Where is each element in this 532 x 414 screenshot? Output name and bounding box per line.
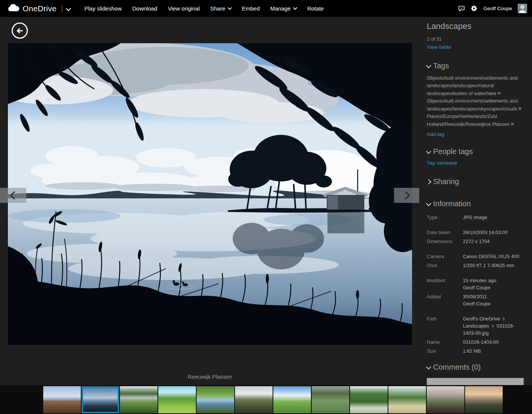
filmstrip-thumbnail[interactable] — [312, 386, 349, 413]
filmstrip — [0, 385, 532, 414]
filmstrip-thumbnail[interactable] — [465, 386, 503, 413]
filmstrip-thumbnail[interactable] — [388, 386, 426, 413]
filmstrip-thumbnail[interactable] — [350, 386, 388, 413]
thumbnail-strip — [43, 386, 503, 413]
menu-download[interactable]: Download — [127, 0, 163, 17]
back-arrow-icon — [16, 27, 24, 35]
chevron-right-icon — [401, 191, 410, 200]
chevron-right-icon — [502, 317, 505, 320]
tag-someone-link[interactable]: Tag someone — [427, 160, 457, 166]
tags-list: Objects/built environment/settlements an… — [427, 74, 524, 128]
chevron-down-icon — [426, 63, 431, 68]
brand-divider: | — [61, 4, 63, 12]
filmstrip-thumbnail[interactable] — [158, 386, 196, 413]
info-row-modified: Modified15 minutes agoGeoff Coupe — [427, 277, 524, 291]
chevron-down-icon — [228, 5, 232, 9]
path-segment-folder[interactable]: Landscapes — [463, 323, 489, 329]
chevron-down-icon — [293, 5, 297, 9]
settings-gear-icon[interactable] — [471, 5, 478, 12]
menu-play-slideshow[interactable]: Play slideshow — [79, 0, 127, 17]
info-row-date-taken: Date taken26/10/2003 14:03:00 — [427, 229, 524, 236]
command-menu: Play slideshow Download View original Sh… — [79, 0, 329, 17]
filmstrip-thumbnail[interactable] — [43, 386, 81, 413]
chevron-right-icon — [491, 325, 494, 328]
album-title: Landscapes — [427, 21, 524, 31]
filmstrip-thumbnail[interactable] — [235, 386, 273, 413]
chevron-down-icon — [426, 364, 431, 369]
tag-item[interactable]: Objects/built environment/settlements an… — [427, 75, 518, 96]
information-rows: TypeJPG Image Date taken26/10/2003 14:03… — [427, 214, 524, 355]
remove-tag-icon[interactable]: × — [511, 120, 514, 128]
feedback-icon[interactable] — [458, 5, 465, 12]
chevron-right-icon — [426, 179, 431, 184]
path-breadcrumb: Geoff's OneDrive Landscapes 031026-1403-… — [463, 315, 524, 337]
filmstrip-thumbnail[interactable] — [273, 386, 311, 413]
main-photo — [8, 43, 412, 345]
previous-photo-button[interactable] — [0, 188, 26, 203]
remove-tag-icon[interactable]: × — [497, 89, 501, 97]
tag-item[interactable]: Places/Europe/Netherlands/Zuid Holland/R… — [427, 113, 509, 127]
info-row-added: Added30/08/2011Geoff Coupe — [427, 293, 524, 307]
info-row-type: TypeJPG Image — [427, 214, 524, 221]
top-bar: OneDrive | Play slideshow Download View … — [0, 0, 532, 17]
menu-view-original[interactable]: View original — [162, 0, 205, 17]
sharing-section-header[interactable]: Sharing — [427, 177, 524, 186]
onedrive-brand[interactable]: OneDrive | — [8, 4, 70, 13]
photo-lake-scene — [8, 43, 412, 345]
view-folder-link[interactable]: View folder — [427, 44, 452, 50]
people-tags-section-header[interactable]: People tags — [427, 147, 524, 156]
topbar-right: Geoff Coupe — [458, 4, 527, 13]
next-photo-button[interactable] — [394, 188, 419, 203]
path-segment-root[interactable]: Geoff's OneDrive — [463, 316, 500, 322]
add-tag-link[interactable]: Add tag — [427, 131, 444, 137]
user-avatar[interactable] — [518, 4, 527, 13]
chevron-down-icon — [426, 148, 431, 154]
details-sidebar: Landscapes 2 of 31 View folder Tags Obje… — [419, 17, 532, 414]
filmstrip-thumbnail[interactable] — [427, 386, 464, 413]
info-row-size: Size1.62 MB — [427, 348, 524, 355]
menu-manage[interactable]: Manage — [265, 0, 302, 17]
menu-share[interactable]: Share — [205, 0, 236, 17]
info-row-dimensions: Dimensions2272 x 1704 — [427, 238, 524, 245]
chevron-left-icon — [10, 191, 19, 200]
onedrive-cloud-icon — [8, 4, 20, 13]
menu-embed[interactable]: Embed — [236, 0, 265, 17]
information-section-header[interactable]: Information — [427, 199, 524, 208]
info-row-path: Path Geoff's OneDrive Landscapes 031026-… — [427, 315, 524, 337]
photo-caption: Reeuwijk Plassen — [8, 373, 412, 380]
filmstrip-thumbnail[interactable] — [197, 386, 234, 413]
photo-position: 2 of 31 — [427, 36, 524, 42]
tags-section-header[interactable]: Tags — [427, 62, 524, 70]
info-row-name: Name031026-1403-00 — [427, 338, 524, 346]
info-row-camera: CameraCanon DIGITAL IXUS 400 — [427, 253, 524, 260]
comment-input[interactable] — [427, 378, 524, 386]
filmstrip-thumbnail-selected[interactable] — [82, 386, 119, 413]
remove-tag-icon[interactable]: × — [518, 105, 522, 112]
menu-rotate[interactable]: Rotate — [302, 0, 329, 17]
tag-item[interactable]: Objects/built environment/settlements an… — [427, 98, 518, 112]
chevron-down-icon — [426, 201, 431, 206]
filmstrip-thumbnail[interactable] — [120, 386, 158, 413]
info-row-shot: Shot1/250 f/7.1 7.40625 mm — [427, 262, 524, 269]
comments-section-header[interactable]: Comments (0) — [427, 363, 524, 372]
user-name[interactable]: Geoff Coupe — [483, 6, 512, 11]
back-button[interactable] — [12, 23, 28, 39]
brand-name: OneDrive — [23, 4, 56, 13]
app-switcher-chevron-icon[interactable] — [65, 6, 71, 11]
